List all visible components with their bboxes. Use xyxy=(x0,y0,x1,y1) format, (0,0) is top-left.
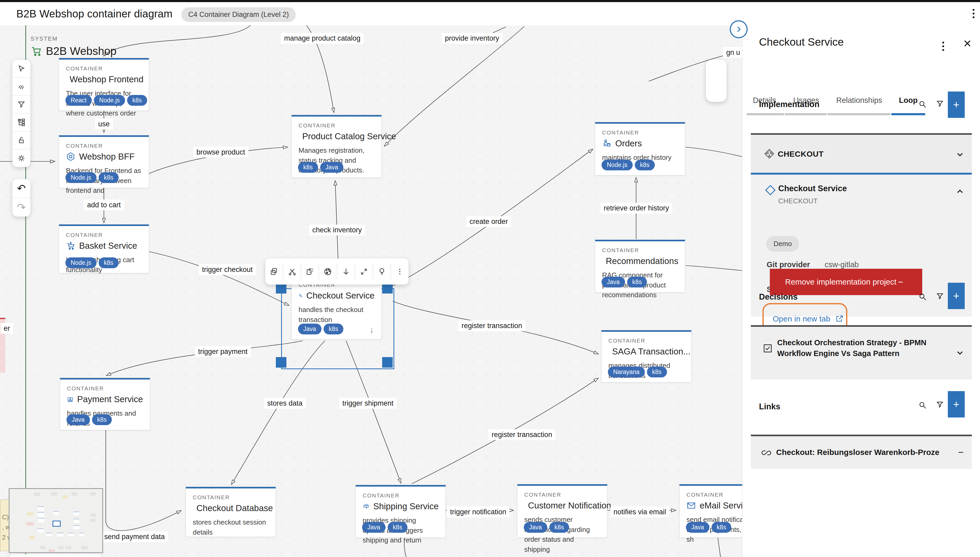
edge-label: trigger notification xyxy=(447,507,509,518)
close-icon[interactable]: × xyxy=(964,36,971,50)
hierarchy-icon xyxy=(18,119,25,126)
header-menu-button[interactable] xyxy=(973,9,975,18)
filter-icon xyxy=(18,101,25,108)
details-panel: Checkout Service × Details Usages Relati… xyxy=(742,25,980,557)
select-tool-button[interactable] xyxy=(12,60,30,78)
expand-arrow-icon[interactable]: ↓ xyxy=(370,325,374,335)
chevron-down-icon[interactable] xyxy=(956,150,964,159)
filter-icon[interactable] xyxy=(935,292,944,301)
node-saga-transaction[interactable]: CONTAINER SAGA Transaction... manages di… xyxy=(601,330,692,383)
minimap[interactable] xyxy=(9,488,103,553)
tech-badge: k8s xyxy=(387,522,408,533)
redo-button[interactable]: ↷ xyxy=(12,198,30,217)
minus-icon: − xyxy=(898,277,903,287)
node-kind: CONTAINER xyxy=(193,494,269,500)
filter-icon[interactable] xyxy=(935,401,944,410)
style-button[interactable] xyxy=(319,264,337,280)
settings-tool-button[interactable] xyxy=(12,150,30,167)
demo-tag: Demo xyxy=(766,236,799,252)
link-icon xyxy=(761,448,772,458)
add-decision-button[interactable]: + xyxy=(948,283,965,309)
node-basket-service[interactable]: CONTAINER Basket Service Handles shoppin… xyxy=(59,225,149,273)
edge-label: retrieve order history xyxy=(601,203,672,213)
chevron-up-icon[interactable] xyxy=(956,187,964,196)
filter-tool-button[interactable] xyxy=(12,96,30,114)
implementation-group-name: CHECKOUT xyxy=(778,150,824,158)
diagram-canvas[interactable]: SYSTEM B2B Webshop manage product catalo… xyxy=(0,25,742,557)
node-kind: CONTAINER xyxy=(66,143,142,149)
selection-handle[interactable] xyxy=(382,283,393,293)
node-customer-notification[interactable]: CONTAINER Customer Notification sends cu… xyxy=(517,484,607,538)
node-product-catalog-service[interactable]: CONTAINER Product Catalog Service Manage… xyxy=(291,115,382,178)
search-icon[interactable] xyxy=(918,401,927,410)
tech-badge: Narayana xyxy=(608,366,645,378)
add-link-button[interactable]: + xyxy=(948,391,965,417)
node-shipping-service[interactable]: CONTAINER Shipping Service provides ship… xyxy=(355,485,446,538)
node-orders[interactable]: CONTAINER Orders maintains order history… xyxy=(595,122,685,175)
implementation-card: CHECKOUT Checkout Service CHECKOUT Git p… xyxy=(751,133,972,316)
filter-icon[interactable] xyxy=(935,100,944,109)
draw-tool-button[interactable] xyxy=(12,78,30,96)
selection-handle[interactable] xyxy=(276,283,287,293)
diagram-level-badge: C4 Container Diagram (Level 2) xyxy=(181,7,296,22)
panel-menu-button[interactable] xyxy=(942,42,944,51)
edge-label: manage product catalog xyxy=(281,33,364,44)
lock-tool-button[interactable] xyxy=(12,132,30,150)
search-icon[interactable] xyxy=(918,292,927,301)
link-card[interactable]: Checkout: Reibungsloser Warenkorb-Prozes… xyxy=(751,435,972,469)
tab-loop[interactable]: Loop xyxy=(899,96,918,105)
minus-icon[interactable]: − xyxy=(958,447,964,458)
tab-underline xyxy=(747,113,784,115)
undo-button[interactable]: ↶ xyxy=(12,179,30,198)
edge-label: register transaction xyxy=(488,429,555,440)
implementation-group-row[interactable]: CHECKOUT xyxy=(751,135,972,173)
panel-title: Checkout Service xyxy=(759,36,844,48)
open-in-new-tab-link[interactable]: Open in new tab xyxy=(773,314,830,323)
move-down-button[interactable] xyxy=(337,264,355,280)
decision-card[interactable]: Checkout Orchestration Strategy - BPMN W… xyxy=(751,325,972,379)
hexagon-api-icon xyxy=(66,152,75,161)
paste-button[interactable] xyxy=(301,264,319,280)
zoom-controls: − 76% + xyxy=(9,554,102,557)
system-kind-label: SYSTEM xyxy=(31,35,117,42)
node-webshop-frontend[interactable]: CONTAINER Webshop Frontend The user inte… xyxy=(59,58,149,111)
node-recommendations[interactable]: CONTAINER AI Recommendations RAG compone… xyxy=(595,240,685,293)
tab-underline xyxy=(785,113,827,115)
fab-card xyxy=(706,60,726,102)
add-implementation-button[interactable]: + xyxy=(948,91,965,118)
panel-collapse-button[interactable] xyxy=(730,20,748,38)
person-order-icon xyxy=(602,139,612,148)
arrow-down-icon xyxy=(342,267,350,276)
edge-label: check inventory xyxy=(309,225,365,236)
undo-redo-toolbar: ↶ ↷ xyxy=(12,179,30,217)
suggest-button[interactable] xyxy=(373,264,391,280)
node-kind: CONTAINER xyxy=(602,129,678,136)
edge-label-clipped: er xyxy=(0,323,13,334)
tech-badge: Java xyxy=(67,414,90,425)
node-payment-service[interactable]: CONTAINER Payment Service handles paymen… xyxy=(60,378,150,430)
tech-badge: k8s xyxy=(99,257,119,268)
cursor-icon xyxy=(18,65,25,73)
node-email-service[interactable]: CONTAINER eMail Service send email notif… xyxy=(679,484,742,538)
chevron-down-icon[interactable] xyxy=(956,349,964,357)
node-desc: handles the checkout transaction xyxy=(298,305,374,325)
search-icon[interactable] xyxy=(918,100,927,109)
node-checkout-database[interactable]: CONTAINER Checkout Database stores check… xyxy=(186,487,276,537)
mail-icon xyxy=(687,501,696,510)
hierarchy-tool-button[interactable] xyxy=(12,114,30,132)
node-kind: CONTAINER xyxy=(66,232,142,238)
node-webshop-bff[interactable]: CONTAINER Webshop BFF Backend for Fronte… xyxy=(59,135,149,188)
more-button[interactable] xyxy=(391,264,409,280)
cut-button[interactable] xyxy=(283,264,301,280)
copy-button[interactable] xyxy=(265,264,283,280)
tech-badge: Java xyxy=(524,522,547,533)
remove-implementation-button[interactable]: Remove implementation project − xyxy=(770,269,922,295)
tab-relationships[interactable]: Relationships xyxy=(836,96,882,105)
decision-item-title: Checkout Orchestration Strategy - BPMN W… xyxy=(777,337,946,359)
resize-button[interactable] xyxy=(355,264,373,280)
node-title: Checkout Database xyxy=(197,503,273,513)
selection-handle[interactable] xyxy=(382,357,393,368)
basket-cart-icon xyxy=(66,241,75,251)
tech-badge: k8s xyxy=(549,522,570,533)
selection-handle[interactable] xyxy=(276,357,287,368)
